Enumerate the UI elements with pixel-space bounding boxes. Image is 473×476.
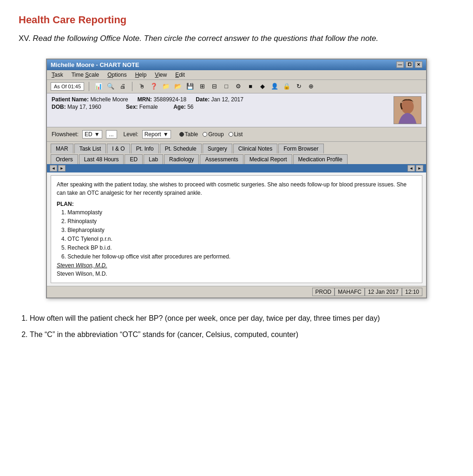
status-time: 12:10 — [402, 288, 422, 296]
radio-group-opt[interactable]: Group — [203, 131, 223, 138]
content-area: After speaking with the patient today, s… — [51, 175, 422, 283]
nav-arrows-row: ◄ ► ◄ ► — [47, 164, 426, 172]
tab-radiology[interactable]: Radiology — [164, 154, 199, 164]
toolbar-icon-help[interactable]: ❓ — [149, 82, 158, 91]
level-arrow-icon: ▼ — [163, 131, 169, 138]
tab-clinical-notes[interactable]: Clinical Notes — [233, 144, 277, 153]
tab-medical-report[interactable]: Medical Report — [244, 154, 292, 164]
menu-options[interactable]: Options — [106, 71, 127, 79]
toolbar-icon-box[interactable]: □ — [222, 82, 231, 91]
flowsheet-bar: Flowsheet: ED ▼ ... Level: Report ▼ Tabl… — [47, 127, 426, 142]
toolbar-icon-settings[interactable]: ⚙ — [234, 82, 243, 91]
menu-help[interactable]: Help — [134, 71, 148, 79]
patient-dob-row: DOB: May 17, 1960 Sex: Female Age: 56 — [52, 104, 375, 110]
menu-edit[interactable]: Edit — [174, 71, 186, 79]
toolbar-icon-print[interactable]: 🖨 — [118, 82, 127, 91]
flowsheet-label: Flowsheet: — [52, 131, 79, 138]
radio-table[interactable]: Table — [179, 131, 198, 138]
radio-table-dot — [179, 132, 184, 137]
nav-arrows-left: ◄ ► — [50, 165, 66, 172]
restore-button[interactable]: ⧠ — [406, 61, 413, 68]
level-value: Report — [145, 131, 161, 138]
toolbar-icon-grid[interactable]: ⊟ — [210, 82, 219, 91]
mrn-value: 35889924-18 — [153, 96, 186, 103]
plan-list: 1. Mammoplasty 2. Rhinoplasty 3. Blephar… — [61, 208, 416, 261]
toolbar-icon-black-box[interactable]: ■ — [246, 82, 255, 91]
asof-display: As Of 01:45 — [51, 82, 84, 91]
tab-pt-schedule[interactable]: Pt. Schedule — [160, 144, 202, 153]
tab-pt-info[interactable]: Pt. Info — [131, 144, 159, 153]
tab-medication-profile[interactable]: Medication Profile — [293, 154, 348, 164]
date-label: Date: — [196, 96, 210, 103]
flowsheet-dropdown[interactable]: ED ▼ — [82, 130, 102, 139]
tab-surgery[interactable]: Surgery — [203, 144, 232, 153]
tab-row-2: Orders Last 48 Hours ED Lab Radiology As… — [47, 153, 426, 164]
level-dropdown[interactable]: Report ▼ — [142, 130, 171, 139]
toolbar-icon-search[interactable]: 🔍 — [106, 82, 115, 91]
tab-orders[interactable]: Orders — [51, 154, 78, 164]
plan-item-4: 4. OTC Tylenol p.r.n. — [61, 235, 416, 243]
tab-lab[interactable]: Lab — [144, 154, 163, 164]
tab-i-and-o[interactable]: I & O — [107, 144, 130, 153]
plan-item-6: 6. Schedule her follow-up office visit a… — [61, 252, 416, 261]
view-radio-group: Table Group List — [179, 131, 243, 138]
menu-view[interactable]: View — [154, 71, 168, 79]
plan-item-3: 3. Blepharoplasty — [61, 226, 416, 234]
patient-name-label: Patient Name: — [52, 96, 89, 103]
age-label: Age: — [173, 104, 186, 110]
toolbar-icon-refresh[interactable]: ↻ — [294, 82, 303, 91]
questions-section: How often will the patient check her BP?… — [19, 312, 454, 341]
nav-right-right-arrow[interactable]: ► — [416, 165, 423, 172]
plan-label: PLAN: — [57, 200, 416, 208]
patient-name-value: Michelle Moore — [90, 96, 128, 103]
radio-group-dot — [203, 132, 207, 137]
page-title: Health Care Reporting — [19, 14, 454, 26]
flowsheet-dots-button[interactable]: ... — [106, 130, 117, 139]
window-title: Michelle Moore - CHART NOTE — [51, 61, 139, 68]
radio-table-label: Table — [185, 131, 198, 138]
menu-timescale[interactable]: Time Scale — [71, 71, 100, 79]
question-1: How often will the patient check her BP?… — [30, 312, 454, 324]
toolbar-icon-chart[interactable]: 📊 — [94, 82, 103, 91]
screenshot-wrapper: Michelle Moore - CHART NOTE — ⧠ ✕ Task T… — [19, 59, 454, 298]
toolbar-icon-arrow[interactable]: ◆ — [258, 82, 267, 91]
date-value: Jan 12, 2017 — [211, 96, 243, 103]
tab-form-browser[interactable]: Form Browser — [278, 144, 323, 153]
radio-list[interactable]: List — [229, 131, 243, 138]
nav-right-arrow[interactable]: ► — [58, 165, 66, 172]
nav-left-arrow[interactable]: ◄ — [50, 165, 57, 172]
toolbar-icon-lock[interactable]: 🔒 — [282, 82, 291, 91]
toolbar-icon-open[interactable]: 📂 — [173, 82, 183, 91]
toolbar-icon-table[interactable]: ⊞ — [197, 82, 207, 91]
question-2: The “C” in the abbreviation “OTC” stands… — [30, 329, 454, 341]
toolbar-icon-folder[interactable]: 📁 — [161, 82, 171, 91]
close-button[interactable]: ✕ — [415, 61, 422, 68]
status-mahafc: MAHAFC — [335, 288, 365, 296]
toolbar-icon-user[interactable]: 👤 — [270, 82, 279, 91]
toolbar-icon-cursor[interactable]: 🖱 — [137, 82, 146, 91]
flowsheet-value: ED — [85, 131, 92, 138]
tab-last-48-hours[interactable]: Last 48 Hours — [79, 154, 124, 164]
tab-mar[interactable]: MAR — [51, 144, 73, 153]
status-date: 12 Jan 2017 — [365, 288, 402, 296]
status-prod: PROD — [312, 288, 335, 296]
toolbar-divider — [89, 82, 89, 91]
instruction-text: Read the following Office Note. Then cir… — [33, 34, 379, 43]
plan-item-1: 1. Mammoplasty — [61, 208, 416, 217]
tab-ed[interactable]: ED — [125, 154, 143, 164]
title-bar: Michelle Moore - CHART NOTE — ⧠ ✕ — [47, 60, 426, 70]
sex-label: Sex: — [126, 104, 138, 110]
patient-info: Patient Name: Michelle Moore MRN: 358899… — [47, 93, 426, 127]
dob-label: DOB: — [52, 104, 66, 110]
title-bar-controls: — ⧠ ✕ — [396, 61, 422, 68]
tab-task-list[interactable]: Task List — [74, 144, 106, 153]
minimize-button[interactable]: — — [396, 61, 404, 68]
dob-value: May 17, 1960 — [67, 104, 101, 110]
menu-task[interactable]: Task — [51, 71, 64, 79]
toolbar-icon-misc[interactable]: ⊕ — [306, 82, 315, 91]
nav-right-left-arrow[interactable]: ◄ — [407, 165, 415, 172]
mrn-label: MRN: — [138, 96, 152, 103]
tab-assessments[interactable]: Assessments — [200, 154, 243, 164]
toolbar-icon-disk[interactable]: 💾 — [185, 82, 195, 91]
tab-row-1: MAR Task List I & O Pt. Info Pt. Schedul… — [47, 142, 426, 153]
